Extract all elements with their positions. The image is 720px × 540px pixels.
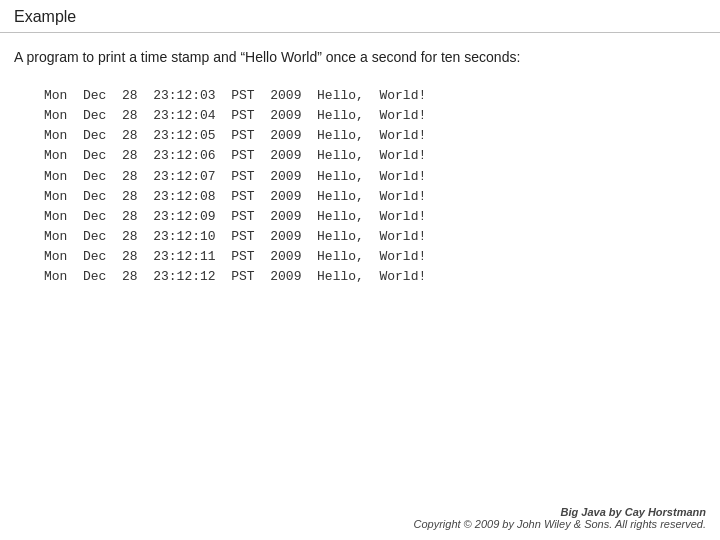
content-area: A program to print a time stamp and “Hel… — [0, 33, 720, 498]
footer-line2: Copyright © 2009 by John Wiley & Sons. A… — [14, 518, 706, 530]
description-text: A program to print a time stamp and “Hel… — [14, 47, 706, 68]
footer: Big Java by Cay Horstmann Copyright © 20… — [0, 498, 720, 540]
footer-line1: Big Java by Cay Horstmann — [14, 506, 706, 518]
page-container: Example A program to print a time stamp … — [0, 0, 720, 540]
title-bar: Example — [0, 0, 720, 33]
code-block: Mon Dec 28 23:12:03 PST 2009 Hello, Worl… — [44, 86, 706, 287]
page-title: Example — [14, 8, 76, 25]
